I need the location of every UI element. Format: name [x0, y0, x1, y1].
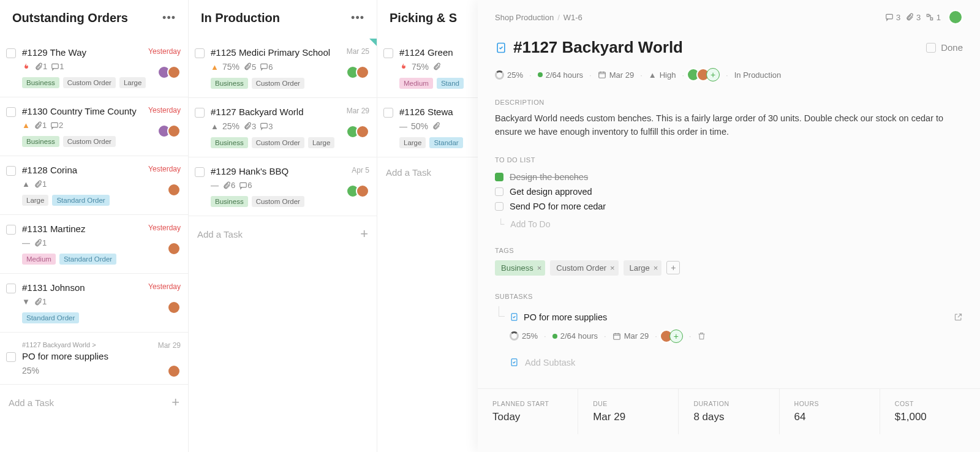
due-pill[interactable]: Mar 29 [598, 70, 634, 80]
tag[interactable]: Large [399, 137, 426, 148]
column-menu-icon[interactable]: ••• [162, 12, 176, 24]
tag-chip[interactable]: Business× [495, 260, 545, 276]
tag[interactable]: Business [211, 137, 248, 148]
tag[interactable]: Custom Order [63, 77, 116, 88]
tag[interactable]: Medium [22, 254, 56, 265]
task-card[interactable]: #1131 Johnson Yesterday ▼ 1 Standard Ord… [0, 274, 188, 333]
add-tag-button[interactable]: + [666, 261, 680, 274]
add-subtask-button[interactable]: Add Subtask [495, 349, 963, 382]
cost-cell[interactable]: COST $1,000 [880, 389, 980, 434]
todo-item[interactable]: Send PO for more cedar [495, 199, 963, 214]
progress-pill[interactable]: 25% [495, 70, 523, 80]
status-pill[interactable]: In Production [734, 70, 782, 80]
done-toggle[interactable]: Done [926, 42, 963, 53]
task-checkbox[interactable] [6, 284, 16, 293]
priority-pill[interactable]: ▲High [649, 70, 676, 80]
avatar[interactable] [948, 10, 963, 24]
task-card[interactable]: #1131 Martinez Yesterday — 1 Medium Stan… [0, 215, 188, 274]
hours-cell[interactable]: HOURS 64 [780, 389, 880, 434]
todo-item[interactable]: Get design approved [495, 184, 963, 199]
avatar[interactable] [167, 183, 181, 197]
breadcrumb[interactable]: Shop Production/W1-6 [495, 13, 582, 22]
task-checkbox[interactable] [195, 167, 205, 177]
attachment-count-icon[interactable]: 3 [905, 13, 921, 22]
priority-high-icon: ▲ [211, 62, 219, 72]
task-checkbox[interactable] [195, 48, 205, 58]
task-checkbox[interactable] [6, 48, 16, 58]
add-assignee-button[interactable]: + [669, 330, 683, 343]
comment-count-icon[interactable]: 3 [885, 13, 900, 22]
tag[interactable]: Business [22, 136, 59, 147]
task-checkbox[interactable] [6, 107, 16, 117]
todo-checkbox[interactable] [495, 173, 503, 181]
task-card[interactable]: #1128 Corina Yesterday ▲ 1 Large Standar… [0, 156, 188, 215]
tag[interactable]: Business [22, 77, 59, 88]
delete-subtask-icon[interactable] [697, 331, 706, 341]
duration-cell[interactable]: DURATION 8 days [679, 389, 779, 434]
svg-rect-3 [261, 123, 268, 128]
avatar[interactable] [356, 66, 369, 79]
tag[interactable]: Standard Order [52, 195, 109, 206]
task-checkbox[interactable] [6, 166, 16, 176]
task-date: Yesterday [148, 47, 181, 56]
subtask-item[interactable]: PO for more supplies 25% · 2/64 hours · … [495, 306, 963, 349]
remove-tag-icon[interactable]: × [537, 263, 542, 273]
task-checkbox[interactable] [6, 352, 16, 362]
tag[interactable]: Custom Order [252, 196, 304, 207]
avatar[interactable] [167, 364, 181, 378]
tag[interactable]: Medium [399, 78, 433, 89]
avatar[interactable] [167, 66, 181, 79]
avatar[interactable] [167, 242, 181, 255]
tag-chip[interactable]: Custom Order× [550, 260, 618, 276]
subtask-count-icon[interactable]: 1 [925, 13, 941, 22]
parent-task-link[interactable]: #1127 Backyard World > [6, 341, 182, 351]
planned-start-cell[interactable]: PLANNED START Today [478, 389, 578, 434]
task-card[interactable]: #1129 Hank's BBQ Apr 5 — 6 6 Business Cu… [189, 157, 377, 216]
task-checkbox[interactable] [383, 108, 393, 118]
remove-tag-icon[interactable]: × [610, 263, 615, 273]
task-card[interactable]: #1125 Medici Primary School Mar 25 ▲ 75%… [189, 39, 377, 98]
tag[interactable]: Business [211, 196, 248, 207]
hours-pill[interactable]: 2/64 hours [538, 70, 583, 80]
priority-none-icon: — [399, 122, 407, 131]
task-card[interactable]: #1129 The Way Yesterday 1 1 Business Cus… [0, 39, 188, 97]
task-percent: 75% [222, 62, 239, 72]
tag[interactable]: Custom Order [252, 137, 304, 148]
open-external-icon[interactable] [954, 312, 963, 322]
avatar[interactable] [356, 184, 369, 198]
tag[interactable]: Custom Order [252, 78, 304, 89]
avatar[interactable] [167, 124, 181, 138]
avatar[interactable] [167, 301, 181, 314]
task-checkbox[interactable] [383, 48, 393, 58]
tag[interactable]: Standard Order [22, 312, 79, 323]
tag[interactable]: Business [211, 78, 248, 89]
add-assignee-button[interactable]: + [706, 68, 720, 81]
task-card[interactable]: #1130 Country Time County Yesterday ▲ 1 … [0, 97, 188, 156]
due-cell[interactable]: DUE Mar 29 [578, 389, 679, 434]
task-card[interactable]: #1127 Backyard World Mar 29 ▲ 25% 3 3 Bu… [189, 98, 377, 157]
task-card[interactable]: #1127 Backyard World > PO for more suppl… [0, 333, 188, 385]
todo-checkbox[interactable] [495, 202, 503, 211]
add-task-button[interactable]: Add a Task+ [0, 385, 188, 420]
priority-urgent-icon [22, 62, 31, 71]
tag[interactable]: Standar [429, 137, 462, 148]
tag[interactable]: Custom Order [63, 136, 116, 147]
todo-checkbox[interactable] [495, 187, 503, 196]
avatar[interactable] [356, 125, 369, 138]
tag[interactable]: Large [119, 77, 146, 88]
add-task-button[interactable]: Add a Task+ [189, 216, 377, 252]
assignees-pill: + [690, 68, 720, 81]
task-checkbox[interactable] [195, 108, 205, 118]
remove-tag-icon[interactable]: × [654, 263, 658, 273]
tag[interactable]: Large [308, 137, 334, 148]
task-checkbox[interactable] [6, 225, 16, 235]
tag[interactable]: Standard Order [59, 254, 116, 265]
tag[interactable]: Stand [437, 78, 464, 89]
todo-item[interactable]: Design the benches [495, 170, 963, 184]
tag[interactable]: Large [22, 195, 48, 206]
add-todo-button[interactable]: └Add To Do [495, 219, 963, 230]
tag-chip[interactable]: Large× [624, 260, 662, 276]
description-text[interactable]: Backyard World needs custom benches. Thi… [495, 112, 963, 139]
svg-rect-9 [613, 333, 620, 339]
column-menu-icon[interactable]: ••• [351, 12, 364, 24]
